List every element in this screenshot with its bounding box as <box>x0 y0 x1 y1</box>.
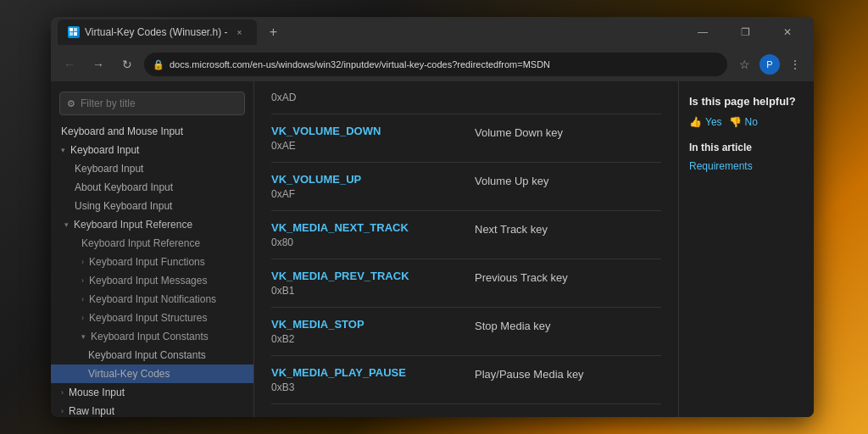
table-row: VK_MEDIA_NEXT_TRACK 0x80 Next Track key <box>271 211 661 259</box>
key-hex: 0xAF <box>271 188 458 200</box>
helpful-title: Is this page helpful? <box>689 95 804 109</box>
yes-label: Yes <box>705 116 722 128</box>
close-button[interactable]: ✕ <box>768 19 807 46</box>
sidebar-item-label: Keyboard Input Constants <box>91 331 209 342</box>
sidebar-item-keyboard-input[interactable]: Keyboard Input <box>51 159 253 178</box>
active-tab[interactable]: Virtual-Key Codes (Winuser.h) - × <box>58 19 257 45</box>
sidebar-item-label: Mouse Input <box>69 387 125 398</box>
toolbar-actions: ☆ P ⋮ <box>732 53 807 76</box>
sidebar-item-label: Keyboard Input Notifications <box>89 293 216 305</box>
article-title: In this article <box>689 142 804 153</box>
sidebar-item-keyboard-input-group[interactable]: ▾ Keyboard Input <box>51 141 253 159</box>
sidebar-item-mouse-input[interactable]: › Mouse Input <box>51 383 253 402</box>
feedback-buttons: 👍 Yes 👎 No <box>689 116 804 128</box>
key-name: VK_VOLUME_UP <box>271 173 458 186</box>
sidebar-item-keyboard-mouse[interactable]: Keyboard and Mouse Input <box>51 122 253 141</box>
sidebar-item-raw-input[interactable]: › Raw Input <box>51 402 253 417</box>
new-tab-button[interactable]: + <box>262 20 286 44</box>
chevron-right-icon: › <box>81 295 84 303</box>
table-row: VK_LAUNCH_MAIL 0xB4 Start Mail key <box>271 404 661 417</box>
filter-placeholder: Filter by title <box>81 97 136 109</box>
tab-close-btn[interactable]: × <box>233 25 247 39</box>
forward-button[interactable]: → <box>86 53 110 76</box>
thumbs-down-icon: 👎 <box>729 116 742 128</box>
window-controls: — ❐ ✕ <box>683 19 807 46</box>
refresh-button[interactable]: ↻ <box>115 53 139 76</box>
key-hex: 0x80 <box>271 236 458 248</box>
sidebar: ⚙ Filter by title Keyboard and Mouse Inp… <box>51 81 254 417</box>
key-cell-left: VK_VOLUME_UP 0xAF <box>271 173 458 200</box>
sidebar-item-virtual-key-codes[interactable]: Virtual-Key Codes <box>51 364 253 383</box>
thumbs-up-icon: 👍 <box>689 116 702 128</box>
minimize-button[interactable]: — <box>683 19 722 46</box>
key-name: VK_LAUNCH_MAIL <box>271 415 458 417</box>
key-name: VK_VOLUME_DOWN <box>271 125 458 137</box>
sidebar-item-keyboard-ref[interactable]: ▾ Keyboard Input Reference <box>51 215 253 234</box>
profile-button[interactable]: P <box>760 54 780 75</box>
address-bar[interactable]: 🔒 docs.microsoft.com/en-us/windows/win32… <box>144 53 727 76</box>
sidebar-item-label: About Keyboard Input <box>75 181 173 193</box>
tab-title: Virtual-Key Codes (Winuser.h) - <box>85 26 228 38</box>
sidebar-item-label: Keyboard Input Reference <box>74 219 192 231</box>
key-cell-left: VK_MEDIA_PREV_TRACK 0xB1 <box>271 270 458 297</box>
toolbar: ← → ↻ 🔒 docs.microsoft.com/en-us/windows… <box>51 47 814 81</box>
sidebar-item-keyboard-notifications[interactable]: › Keyboard Input Notifications <box>51 290 253 309</box>
address-text: docs.microsoft.com/en-us/windows/win32/i… <box>170 59 550 70</box>
sidebar-item-label: Virtual-Key Codes <box>88 368 170 380</box>
key-cell-left: VK_MEDIA_PLAY_PAUSE 0xB3 <box>271 366 458 393</box>
sidebar-item-label: Keyboard Input Reference <box>81 237 200 249</box>
key-hex: 0xAE <box>271 140 458 152</box>
main-content: 0xAD VK_VOLUME_DOWN 0xAE Volume Down key… <box>254 81 678 417</box>
favorite-button[interactable]: ☆ <box>732 53 756 76</box>
chevron-right-icon: › <box>81 276 84 285</box>
no-button[interactable]: 👎 No <box>729 116 758 128</box>
table-row: 0xAD <box>271 81 661 114</box>
browser-window: Virtual-Key Codes (Winuser.h) - × + — ❐ … <box>51 17 814 417</box>
title-bar: Virtual-Key Codes (Winuser.h) - × + — ❐ … <box>51 17 814 47</box>
sidebar-item-label: Raw Input <box>69 405 114 417</box>
lock-icon: 🔒 <box>153 59 164 70</box>
sidebar-item-label: Keyboard Input <box>70 144 139 156</box>
key-hex: 0xB2 <box>271 333 458 345</box>
yes-button[interactable]: 👍 Yes <box>689 116 722 128</box>
svg-rect-3 <box>70 32 73 36</box>
chevron-down-icon: ▾ <box>64 220 69 229</box>
filter-input[interactable]: ⚙ Filter by title <box>59 92 245 115</box>
tab-favicon <box>68 26 80 38</box>
svg-rect-1 <box>74 32 77 36</box>
key-cell-left: VK_LAUNCH_MAIL 0xB4 <box>271 415 458 417</box>
requirements-link[interactable]: Requirements <box>689 160 753 172</box>
sidebar-item-keyboard-messages[interactable]: › Keyboard Input Messages <box>51 271 253 290</box>
key-desc: Previous Track key <box>475 270 661 297</box>
key-desc: Start Mail key <box>475 415 661 417</box>
chevron-right-icon: › <box>61 388 64 397</box>
key-hex: 0xAD <box>271 92 458 103</box>
key-desc: Volume Up key <box>475 173 661 200</box>
chevron-right-icon: › <box>61 407 64 415</box>
key-cell-left: 0xAD <box>271 92 458 103</box>
table-row: VK_MEDIA_PLAY_PAUSE 0xB3 Play/Pause Medi… <box>271 356 661 404</box>
sidebar-item-keyboard-constants[interactable]: ▾ Keyboard Input Constants <box>51 327 253 346</box>
sidebar-item-keyboard-ref-link[interactable]: Keyboard Input Reference <box>51 234 253 253</box>
chevron-right-icon: › <box>81 258 84 266</box>
maximize-button[interactable]: ❐ <box>726 19 765 46</box>
sidebar-item-about-keyboard[interactable]: About Keyboard Input <box>51 178 253 197</box>
table-row: VK_VOLUME_UP 0xAF Volume Up key <box>271 163 661 211</box>
sidebar-item-keyboard-structures[interactable]: › Keyboard Input Structures <box>51 309 253 327</box>
sidebar-item-using-keyboard[interactable]: Using Keyboard Input <box>51 197 253 215</box>
key-codes-table: 0xAD VK_VOLUME_DOWN 0xAE Volume Down key… <box>271 81 661 417</box>
chevron-right-icon: › <box>81 314 84 322</box>
back-button[interactable]: ← <box>58 53 81 76</box>
sidebar-item-keyboard-functions[interactable]: › Keyboard Input Functions <box>51 253 253 271</box>
sidebar-item-label: Keyboard and Mouse Input <box>61 125 183 137</box>
menu-button[interactable]: ⋮ <box>783 53 807 76</box>
key-hex: 0xB1 <box>271 285 458 297</box>
sidebar-item-keyboard-constants-link[interactable]: Keyboard Input Constants <box>51 346 253 364</box>
filter-icon: ⚙ <box>67 98 75 109</box>
sidebar-item-label: Keyboard Input Messages <box>89 275 207 287</box>
key-name: VK_MEDIA_PLAY_PAUSE <box>271 366 458 379</box>
tab-strip: Virtual-Key Codes (Winuser.h) - × + <box>58 19 683 45</box>
article-section: In this article Requirements <box>689 142 804 172</box>
key-desc: Stop Media key <box>475 318 661 345</box>
table-row: VK_VOLUME_DOWN 0xAE Volume Down key <box>271 114 661 163</box>
